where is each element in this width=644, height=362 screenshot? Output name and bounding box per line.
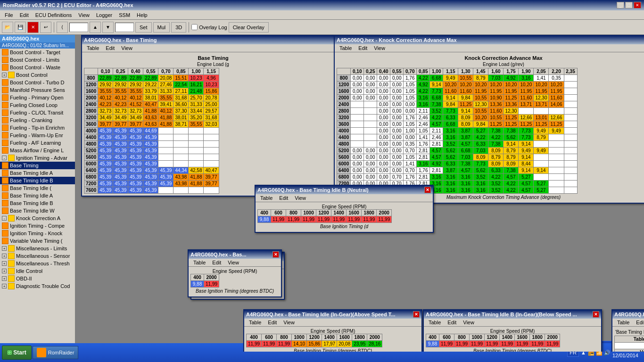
expand-icon[interactable]: + <box>2 276 7 281</box>
table-menu[interactable]: Table <box>246 319 264 326</box>
menu-help[interactable]: Help <box>134 12 150 18</box>
edit-menu[interactable]: Edit <box>265 319 280 326</box>
sidebar-item-ignition-comp[interactable]: Ignition Timing - Compe <box>0 222 75 230</box>
edit-menu[interactable]: Edit <box>103 45 117 51</box>
set-button[interactable]: Set <box>135 22 152 33</box>
menu-logger[interactable]: Logger <box>93 12 115 18</box>
sidebar-item-fueling-clol[interactable]: Fueling - CL/OL Transit <box>0 109 75 116</box>
sidebar-item-manifold[interactable]: Manifold Pressure Sens <box>0 86 75 94</box>
table-menu[interactable]: Table <box>84 45 102 51</box>
base-ingear-below-close[interactable]: ✕ <box>593 311 599 318</box>
view-menu[interactable]: View <box>371 45 388 51</box>
sidebar-item-boost-control[interactable]: + Boost Control <box>0 71 75 79</box>
table-menu[interactable]: Table <box>426 319 444 326</box>
save-button[interactable]: 💾 <box>15 22 26 33</box>
table-menu[interactable]: Table <box>190 259 208 266</box>
sidebar-item-ignition-knock[interactable]: Ignition Timing - Knock <box>0 230 75 237</box>
base-ingear-below-window[interactable]: A4RG060Q.hex - Base Timing Idle B (In-Ge… <box>423 309 602 352</box>
3d-button[interactable]: 3D <box>171 22 186 33</box>
sidebar-item-misc-thresh[interactable]: + Miscellaneous - Thresh <box>0 260 75 267</box>
sidebar-item-base-timing-idle-b[interactable]: Base Timing Idle B <box>0 177 75 184</box>
base-small1-window[interactable]: A4RG060Q.hex - Bas... ✕ Table Edit View … <box>188 249 282 297</box>
sidebar-item-fueling-cranking[interactable]: Fueling - Cranking <box>0 116 75 124</box>
edit-menu[interactable]: Edit <box>445 319 459 326</box>
sidebar-item-fueling-primary[interactable]: Fueling - Primary Open <box>0 94 75 101</box>
sidebar-item-base-timing-idle-a[interactable]: Base Timing Idle A <box>0 169 75 177</box>
sidebar-item-fueling-closed[interactable]: Fueling Closed Loop <box>0 101 75 109</box>
knock-correction-window[interactable]: A4RG060Q.hex - Knock Correction Advance … <box>334 35 644 204</box>
taskbar-romraider[interactable]: RomRaider <box>33 346 79 359</box>
sidebar-item-misc-sensor[interactable]: + Miscellaneous - Sensor <box>0 252 75 260</box>
base-idle-b-neutral-window[interactable]: A4RG060Q.hex - Base Timing Idle B (Neutr… <box>255 185 434 233</box>
mul-button[interactable]: Mul <box>153 22 170 33</box>
sidebar-item-fueling-warmup[interactable]: Fueling - Warm-Up Enr <box>0 132 75 139</box>
sidebar-file-name[interactable]: A4RG060Q.hex <box>0 35 75 42</box>
sidebar-item-vvt[interactable]: Variable Valve Timing ( <box>0 237 75 245</box>
sidebar-item-knock[interactable]: - Knock Correction A <box>0 214 75 222</box>
sidebar-item-dtc[interactable]: + Diagnostic Trouble Cod <box>0 282 75 290</box>
sidebar-item-boost-waste[interactable]: Boost Control - Waste <box>0 64 75 71</box>
sidebar-item-obd[interactable]: + OBD-II <box>0 275 75 282</box>
value1-input[interactable]: 0,2 <box>69 23 88 32</box>
menu-edit[interactable]: Edit <box>17 12 32 18</box>
sidebar-item-idle[interactable]: + Idle Control <box>0 267 75 275</box>
revert-button[interactable]: ✕ <box>27 22 39 33</box>
sidebar-item-boost-limits[interactable]: Boost Control - Limits <box>0 56 75 64</box>
view-menu[interactable]: View <box>460 319 477 326</box>
expand-icon[interactable]: + <box>2 284 7 288</box>
sidebar-label: Mass Airflow / Engine L <box>10 148 64 153</box>
base-idle-w-window[interactable]: A4RG060Q.hex - ... ✕ Table Edit View 'Ba… <box>611 309 644 352</box>
expand-icon[interactable]: + <box>2 73 7 77</box>
sidebar-item-boost-target[interactable]: Boost Control - Target <box>0 49 75 56</box>
minimize-button[interactable]: _ <box>617 2 624 8</box>
close-button[interactable]: ✕ <box>634 2 641 8</box>
menu-ecu-definitions[interactable]: ECU Definitions <box>33 12 75 18</box>
maximize-button[interactable]: □ <box>625 2 633 8</box>
menu-ssm[interactable]: SSM <box>116 12 133 18</box>
open-button[interactable]: 📂 <box>2 22 13 33</box>
down-button[interactable]: ▼ <box>102 22 114 33</box>
sidebar-item-fueling-tipin[interactable]: Fueling - Tip-in Enrichm <box>0 124 75 132</box>
base-ingear-above-close[interactable]: ✕ <box>413 311 420 318</box>
edit-menu[interactable]: Edit <box>355 45 370 51</box>
nav-button[interactable]: ⟨ <box>57 22 68 33</box>
view-menu[interactable]: View <box>281 319 297 326</box>
overlay-checkbox[interactable] <box>191 24 198 30</box>
sidebar-item-ignition-adv[interactable]: - Ignition Timing - Advar <box>0 154 75 162</box>
edit-menu[interactable]: Edit <box>209 259 224 266</box>
expand-icon[interactable]: + <box>2 254 7 258</box>
edit-menu[interactable]: Edit <box>633 319 644 326</box>
base-small1-close[interactable]: ✕ <box>272 251 279 258</box>
base-ingear-above-window[interactable]: A4RG060Q.hex - Base Timing Idle (In-Gear… <box>243 309 422 352</box>
expand-icon[interactable]: - <box>2 156 7 160</box>
sidebar-item-base-timing[interactable]: Base Timing <box>0 162 75 169</box>
sidebar-item-base-timing-idle-a2[interactable]: Base Timing Idle A <box>0 192 75 199</box>
menu-file[interactable]: File <box>2 12 16 18</box>
sidebar-item-base-timing-idle-w[interactable]: Base Timing Idle W <box>0 207 75 214</box>
table-menu[interactable]: Table <box>257 195 275 201</box>
sidebar-item-base-timing-idle2[interactable]: Base Timing Idle ( <box>0 184 75 192</box>
sidebar-item-fueling-af[interactable]: Fueling - A/F Learning <box>0 139 75 147</box>
view-menu[interactable]: View <box>292 195 309 201</box>
start-button[interactable]: ⊞ Start <box>2 346 32 360</box>
expand-icon[interactable]: + <box>2 269 7 273</box>
table-menu[interactable]: Table <box>614 319 632 326</box>
base-idle-neutral-close[interactable]: ✕ <box>424 187 431 193</box>
refresh-button[interactable]: ↩ <box>40 22 51 33</box>
expand-icon[interactable]: - <box>2 216 7 221</box>
sidebar-item-misc-limits[interactable]: + Miscellaneous - Limits <box>0 245 75 252</box>
view-menu[interactable]: View <box>118 45 135 51</box>
menu-view[interactable]: View <box>75 12 92 18</box>
sidebar-item-boost-turbo[interactable]: Boost Control - Turbo D <box>0 79 75 86</box>
expand-icon[interactable]: + <box>2 261 7 266</box>
edit-menu[interactable]: Edit <box>276 195 291 201</box>
clear-overlay-button[interactable]: Clear Overlay <box>229 22 269 33</box>
view-menu[interactable]: View <box>225 259 242 266</box>
expand-icon[interactable]: + <box>2 246 7 251</box>
table-menu[interactable]: Table <box>337 45 355 51</box>
base-timing-window[interactable]: A4RG060Q.hex - Base Timing ✕ Table Edit … <box>81 35 345 197</box>
value2-input[interactable]: 1 <box>115 23 134 32</box>
sidebar-item-base-timing-idle-b2[interactable]: Base Timing Idle B <box>0 199 75 207</box>
sidebar-item-mass-airflow[interactable]: Mass Airflow / Engine L <box>0 147 75 154</box>
up-button[interactable]: ▲ <box>90 22 101 33</box>
